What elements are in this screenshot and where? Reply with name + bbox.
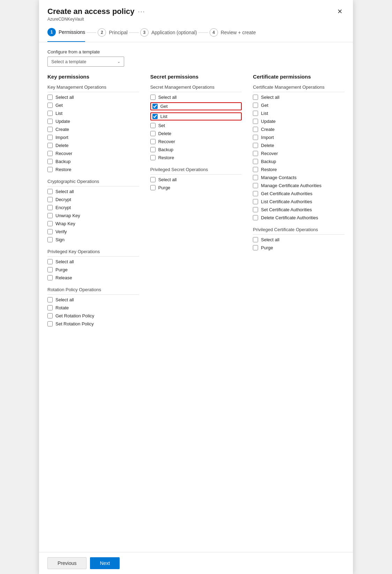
cm-deletecas-checkbox[interactable]	[253, 215, 258, 220]
cm-create-label[interactable]: Create	[261, 127, 274, 132]
cm-create-checkbox[interactable]	[253, 127, 258, 132]
sm-get-checkbox[interactable]	[152, 104, 158, 109]
rp-getrotpolicy-label[interactable]: Get Rotation Policy	[55, 313, 94, 318]
previous-button[interactable]: Previous	[47, 557, 86, 569]
next-button[interactable]: Next	[90, 557, 120, 569]
co-sign-label[interactable]: Sign	[55, 237, 65, 242]
cm-managecontacts-label[interactable]: Manage Contacts	[261, 175, 296, 180]
km-update-label[interactable]: Update	[55, 119, 70, 124]
co-sign-checkbox[interactable]	[47, 237, 53, 242]
cm-setcas-checkbox[interactable]	[253, 207, 258, 212]
cm-backup-checkbox[interactable]	[253, 159, 258, 164]
cm-getcas-label[interactable]: Get Certificate Authorities	[261, 191, 312, 196]
cm-delete-label[interactable]: Delete	[261, 143, 274, 148]
sm-list-checkbox[interactable]	[152, 114, 158, 119]
sm-selectall-checkbox[interactable]	[150, 95, 156, 100]
rp-rotate-checkbox[interactable]	[47, 305, 53, 310]
km-backup-checkbox[interactable]	[47, 159, 53, 164]
cm-recover-label[interactable]: Recover	[261, 151, 278, 156]
cm-update-checkbox[interactable]	[253, 119, 258, 124]
step-review-create[interactable]: 4 Review + create	[210, 28, 256, 42]
km-get-label[interactable]: Get	[55, 103, 63, 108]
rp-selectall-checkbox[interactable]	[47, 297, 53, 302]
pc-purge-label[interactable]: Purge	[261, 245, 273, 250]
pk-selectall-checkbox[interactable]	[47, 259, 53, 264]
cm-delete-checkbox[interactable]	[253, 143, 258, 148]
sm-backup-label[interactable]: Backup	[158, 147, 173, 152]
km-get-checkbox[interactable]	[47, 103, 53, 108]
sm-list-label[interactable]: List	[160, 114, 167, 119]
km-selectall-checkbox[interactable]	[47, 95, 53, 100]
km-create-checkbox[interactable]	[47, 127, 53, 132]
sm-restore-checkbox[interactable]	[150, 155, 156, 160]
co-decrypt-checkbox[interactable]	[47, 197, 53, 202]
km-create-label[interactable]: Create	[55, 127, 69, 132]
sm-backup-checkbox[interactable]	[150, 147, 156, 152]
sm-delete-checkbox[interactable]	[150, 131, 156, 136]
cm-selectall-checkbox[interactable]	[253, 95, 258, 100]
cm-deletecas-label[interactable]: Delete Certificate Authorities	[261, 215, 318, 220]
km-backup-label[interactable]: Backup	[55, 159, 70, 164]
km-import-label[interactable]: Import	[55, 135, 68, 140]
rp-getrotpolicy-checkbox[interactable]	[47, 313, 53, 318]
sm-set-label[interactable]: Set	[158, 123, 165, 128]
cm-list-checkbox[interactable]	[253, 111, 258, 116]
dialog-more-button[interactable]: ···	[138, 8, 145, 15]
ps-purge-label[interactable]: Purge	[158, 185, 171, 190]
cm-managecas-checkbox[interactable]	[253, 183, 258, 188]
co-wrapkey-label[interactable]: Wrap Key	[55, 221, 75, 226]
pc-purge-checkbox[interactable]	[253, 245, 258, 250]
sm-get-label[interactable]: Get	[160, 104, 168, 109]
co-unwrapkey-checkbox[interactable]	[47, 213, 53, 218]
cm-restore-label[interactable]: Restore	[261, 167, 277, 172]
co-verify-label[interactable]: Verify	[55, 229, 67, 234]
step-application[interactable]: 3 Application (optional)	[140, 28, 197, 42]
pk-purge-label[interactable]: Purge	[55, 267, 68, 272]
km-restore-label[interactable]: Restore	[55, 167, 71, 172]
co-encrypt-label[interactable]: Encrypt	[55, 205, 71, 210]
km-recover-label[interactable]: Recover	[55, 151, 72, 156]
km-update-checkbox[interactable]	[47, 119, 53, 124]
ps-selectall-checkbox[interactable]	[150, 177, 156, 182]
rp-rotate-label[interactable]: Rotate	[55, 305, 69, 310]
km-delete-label[interactable]: Delete	[55, 143, 69, 148]
km-list-label[interactable]: List	[55, 111, 62, 116]
cm-import-label[interactable]: Import	[261, 135, 274, 140]
sm-restore-label[interactable]: Restore	[158, 155, 174, 160]
cm-setcas-label[interactable]: Set Certificate Authorities	[261, 207, 312, 212]
co-encrypt-checkbox[interactable]	[47, 205, 53, 210]
template-select-dropdown[interactable]: Select a template ⌄	[47, 57, 124, 67]
cm-restore-checkbox[interactable]	[253, 167, 258, 172]
cm-managecontacts-checkbox[interactable]	[253, 175, 258, 180]
co-decrypt-label[interactable]: Decrypt	[55, 197, 71, 202]
pk-release-label[interactable]: Release	[55, 275, 72, 280]
ps-selectall-label[interactable]: Select all	[158, 177, 177, 182]
cm-update-label[interactable]: Update	[261, 119, 276, 124]
km-import-checkbox[interactable]	[47, 135, 53, 140]
cm-list-label[interactable]: List	[261, 111, 268, 116]
km-restore-checkbox[interactable]	[47, 167, 53, 172]
rp-selectall-label[interactable]: Select all	[55, 297, 74, 302]
pk-purge-checkbox[interactable]	[47, 267, 53, 272]
cm-backup-label[interactable]: Backup	[261, 159, 276, 164]
sm-recover-checkbox[interactable]	[150, 139, 156, 144]
co-selectall-label[interactable]: Select all	[55, 189, 74, 194]
sm-delete-label[interactable]: Delete	[158, 131, 172, 136]
rp-setrotpolicy-label[interactable]: Set Rotation Policy	[55, 321, 94, 326]
cm-getcas-checkbox[interactable]	[253, 191, 258, 196]
cm-recover-checkbox[interactable]	[253, 151, 258, 156]
km-recover-checkbox[interactable]	[47, 151, 53, 156]
rp-setrotpolicy-checkbox[interactable]	[47, 321, 53, 326]
co-unwrapkey-label[interactable]: Unwrap Key	[55, 213, 80, 218]
cm-get-checkbox[interactable]	[253, 103, 258, 108]
step-principal[interactable]: 2 Principal	[98, 28, 128, 42]
cm-import-checkbox[interactable]	[253, 135, 258, 140]
cm-listcas-checkbox[interactable]	[253, 199, 258, 204]
sm-set-checkbox[interactable]	[150, 123, 156, 128]
sm-selectall-label[interactable]: Select all	[158, 95, 177, 100]
km-list-checkbox[interactable]	[47, 111, 53, 116]
km-delete-checkbox[interactable]	[47, 143, 53, 148]
close-button[interactable]: ✕	[335, 7, 345, 16]
pk-release-checkbox[interactable]	[47, 275, 53, 280]
co-wrapkey-checkbox[interactable]	[47, 221, 53, 226]
